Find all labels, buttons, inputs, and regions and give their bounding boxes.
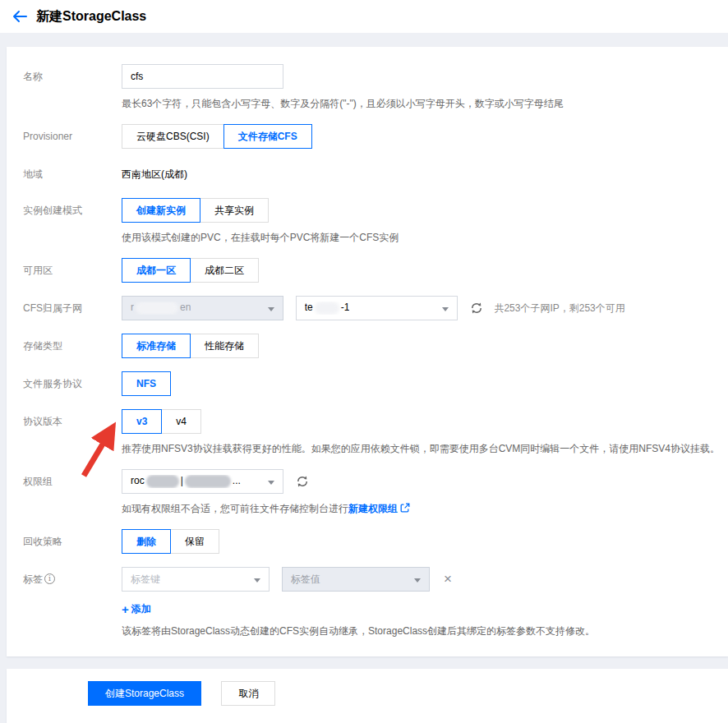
subnet-label: CFS归属子网 bbox=[23, 296, 82, 320]
instance-mode-option-new[interactable]: 创建新实例 bbox=[122, 198, 200, 223]
zone-option-1[interactable]: 成都一区 bbox=[122, 258, 191, 283]
tag-key-placeholder: 标签键 bbox=[131, 573, 160, 587]
form-row-region: 地域 西南地区(成都) bbox=[23, 162, 721, 187]
plus-icon: + bbox=[122, 602, 129, 616]
form-row-provisioner: Provisioner 云硬盘CBS(CSI) 文件存储CFS bbox=[23, 124, 721, 149]
subnet-value-prefix: te bbox=[305, 302, 313, 313]
reclaim-policy-label: 回收策略 bbox=[23, 529, 62, 554]
region-value: 西南地区(成都) bbox=[122, 162, 721, 187]
permission-value-prefix: roc bbox=[131, 475, 145, 486]
chevron-down-icon bbox=[442, 307, 449, 311]
add-tag-link[interactable]: + 添加 bbox=[122, 602, 151, 616]
zone-option-2[interactable]: 成都二区 bbox=[190, 258, 259, 283]
zone-label: 可用区 bbox=[23, 258, 53, 283]
footer-action-bar: 创建StorageClass 取消 bbox=[7, 669, 728, 723]
instance-mode-help-text: 使用该模式创建的PVC，在挂载时每个PVC将新建一个CFS实例 bbox=[122, 231, 721, 245]
remove-tag-icon[interactable]: × bbox=[444, 571, 452, 587]
back-button[interactable] bbox=[8, 7, 31, 26]
refresh-icon bbox=[470, 302, 483, 315]
refresh-icon bbox=[296, 475, 309, 488]
tag-value-select[interactable]: 标签值 bbox=[282, 567, 430, 592]
form-row-protocol-version: 协议版本 v3 v4 推荐使用NFSV3协议挂载获得更好的性能。如果您的应用依赖… bbox=[23, 409, 721, 456]
provisioner-group: 云硬盘CBS(CSI) 文件存储CFS bbox=[122, 124, 312, 149]
permission-group-help-text: 如现有权限组不合适，您可前往文件存储控制台进行新建权限组 bbox=[122, 502, 721, 516]
protocol-version-label: 协议版本 bbox=[23, 409, 62, 434]
chevron-down-icon bbox=[268, 307, 274, 311]
file-protocol-option-nfs[interactable]: NFS bbox=[122, 371, 171, 396]
file-protocol-label: 文件服务协议 bbox=[23, 371, 82, 396]
page-title: 新建StorageClass bbox=[36, 8, 146, 25]
form-row-subnet: CFS归属子网 ren te-1 bbox=[23, 296, 721, 320]
provisioner-option-cbs[interactable]: 云硬盘CBS(CSI) bbox=[122, 124, 224, 149]
storage-type-group: 标准存储 性能存储 bbox=[122, 334, 259, 358]
provisioner-label: Provisioner bbox=[23, 124, 72, 149]
zone-group: 成都一区 成都二区 bbox=[122, 258, 259, 283]
page-header: 新建StorageClass bbox=[0, 0, 728, 33]
reclaim-policy-group: 删除 保留 bbox=[122, 529, 219, 554]
redacted-text bbox=[315, 302, 339, 315]
add-tag-label: 添加 bbox=[131, 602, 151, 616]
subnet-select[interactable]: te-1 bbox=[296, 296, 458, 320]
chevron-down-icon bbox=[414, 578, 421, 583]
file-protocol-group: NFS bbox=[122, 371, 171, 396]
name-input[interactable] bbox=[122, 64, 283, 89]
permission-group-select[interactable]: roc|... bbox=[122, 469, 283, 494]
redacted-text bbox=[136, 302, 178, 315]
storage-type-option-performance[interactable]: 性能存储 bbox=[190, 334, 259, 358]
vpc-value-prefix: r bbox=[131, 302, 134, 313]
tags-help-text: 该标签将由StorageClass动态创建的CFS实例自动继承，StorageC… bbox=[122, 624, 721, 638]
chevron-down-icon bbox=[254, 578, 260, 583]
protocol-version-option-v4[interactable]: v4 bbox=[161, 409, 201, 434]
instance-mode-option-shared[interactable]: 共享实例 bbox=[200, 198, 269, 223]
permission-value-mid: | bbox=[181, 475, 183, 486]
protocol-version-option-v3[interactable]: v3 bbox=[122, 409, 162, 434]
permission-help-prefix: 如现有权限组不合适，您可前往文件存储控制台进行 bbox=[122, 503, 348, 514]
protocol-version-group: v3 v4 bbox=[122, 409, 201, 434]
form-row-storage-type: 存储类型 标准存储 性能存储 bbox=[23, 334, 721, 358]
storageclass-form-card: 名称 最长63个字符，只能包含小写字母、数字及分隔符("-")，且必须以小写字母… bbox=[7, 47, 728, 656]
permission-value-suffix: ... bbox=[233, 475, 241, 486]
tags-label: 标签 bbox=[23, 567, 43, 592]
arrow-left-icon bbox=[12, 10, 27, 23]
storage-type-label: 存储类型 bbox=[23, 334, 62, 358]
redacted-text bbox=[146, 475, 179, 488]
create-storageclass-button[interactable]: 创建StorageClass bbox=[88, 681, 201, 706]
reclaim-policy-option-retain[interactable]: 保留 bbox=[170, 529, 219, 554]
form-row-permission-group: 权限组 roc|... 如现有权限组不合适，您可前往文 bbox=[23, 469, 721, 516]
refresh-permission-group-button[interactable] bbox=[296, 469, 309, 494]
storage-type-option-standard[interactable]: 标准存储 bbox=[122, 334, 191, 358]
name-label: 名称 bbox=[23, 64, 43, 89]
vpc-select[interactable]: ren bbox=[122, 296, 283, 320]
redacted-text bbox=[185, 475, 231, 488]
vpc-value-suffix: en bbox=[180, 302, 191, 313]
form-row-file-protocol: 文件服务协议 NFS bbox=[23, 371, 721, 396]
chevron-down-icon bbox=[268, 481, 274, 485]
instance-mode-group: 创建新实例 共享实例 bbox=[122, 198, 269, 223]
protocol-version-help-text: 推荐使用NFSV3协议挂载获得更好的性能。如果您的应用依赖文件锁，即需要使用多台… bbox=[122, 442, 721, 456]
form-row-zone: 可用区 成都一区 成都二区 bbox=[23, 258, 721, 283]
create-permission-group-link[interactable]: 新建权限组 bbox=[348, 503, 398, 514]
refresh-subnet-button[interactable] bbox=[470, 296, 483, 320]
info-icon: i bbox=[44, 573, 55, 584]
permission-group-label: 权限组 bbox=[23, 469, 53, 494]
subnet-ip-info: 共253个子网IP，剩253个可用 bbox=[494, 296, 624, 320]
name-help-text: 最长63个字符，只能包含小写字母、数字及分隔符("-")，且必须以小写字母开头，… bbox=[122, 97, 721, 111]
subnet-value-suffix: -1 bbox=[341, 302, 350, 313]
instance-mode-label: 实例创建模式 bbox=[23, 198, 82, 223]
form-row-reclaim-policy: 回收策略 删除 保留 bbox=[23, 529, 721, 554]
tag-key-select[interactable]: 标签键 bbox=[122, 567, 270, 592]
tag-value-placeholder: 标签值 bbox=[291, 573, 320, 587]
provisioner-option-cfs[interactable]: 文件存储CFS bbox=[223, 124, 312, 149]
reclaim-policy-option-delete[interactable]: 删除 bbox=[122, 529, 171, 554]
form-row-instance-mode: 实例创建模式 创建新实例 共享实例 使用该模式创建的PVC，在挂载时每个PVC将… bbox=[23, 198, 721, 245]
form-row-name: 名称 最长63个字符，只能包含小写字母、数字及分隔符("-")，且必须以小写字母… bbox=[23, 64, 721, 111]
cancel-button[interactable]: 取消 bbox=[221, 681, 275, 706]
form-row-tags: 标签 i 标签键 标签值 × + 添加 该标签将由StorageClass动态 bbox=[23, 567, 721, 638]
region-label: 地域 bbox=[23, 162, 43, 187]
external-link-icon bbox=[400, 503, 410, 513]
